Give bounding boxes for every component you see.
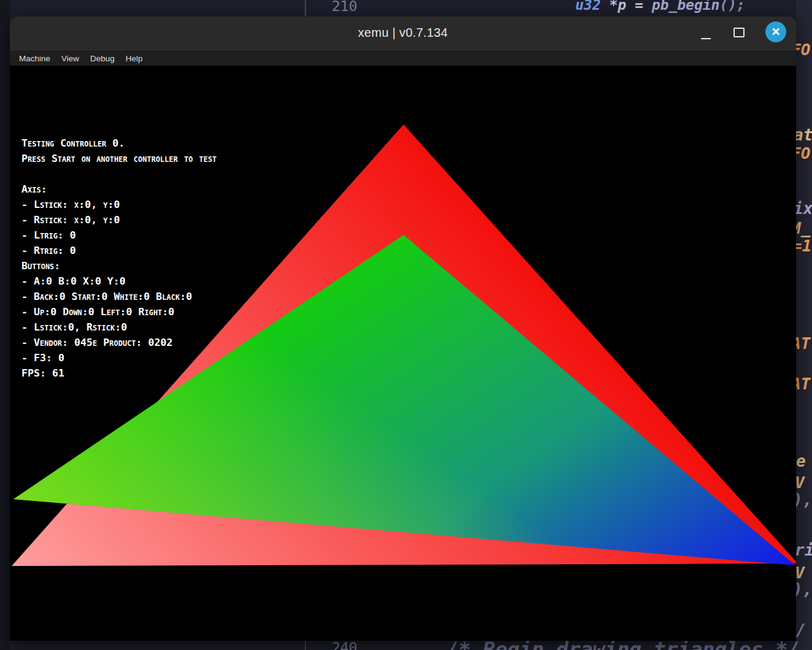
menu-debug[interactable]: Debug — [85, 52, 120, 66]
code-fragment: at — [794, 126, 812, 144]
code-token-ptr: *p = — [601, 0, 652, 13]
window-title: xemu | v0.7.134 — [10, 26, 796, 40]
code-token-fn: pb_begin — [652, 0, 720, 13]
editor-line-number-bottom: 240 — [332, 640, 358, 650]
code-fragment: V — [795, 473, 805, 492]
maximize-button[interactable] — [733, 28, 745, 37]
code-fragment: ri — [795, 541, 812, 559]
menu-bar: Machine View Debug Help — [10, 51, 796, 66]
code-token-end: (); — [719, 0, 745, 13]
title-bar[interactable]: xemu | v0.7.134 ✕ — [10, 17, 796, 51]
code-token-type: u32 — [575, 0, 601, 13]
emulator-viewport: Testing Controller 0. Press Start on ano… — [10, 66, 796, 641]
code-fragment: / — [796, 621, 806, 639]
controller-test-readout: Testing Controller 0. Press Start on ano… — [21, 136, 216, 381]
editor-left-margin — [0, 0, 10, 650]
close-button[interactable]: ✕ — [765, 21, 786, 42]
minimize-button[interactable] — [701, 38, 711, 39]
editor-code-line-top: u32 *p = pb_begin(); — [575, 0, 745, 13]
code-fragment: ix — [794, 199, 812, 218]
menu-help[interactable]: Help — [120, 52, 148, 66]
close-icon: ✕ — [771, 26, 780, 37]
editor-line-number-top: 210 — [332, 0, 358, 14]
menu-view[interactable]: View — [56, 52, 85, 66]
menu-machine[interactable]: Machine — [13, 52, 56, 66]
code-fragment: e — [796, 452, 806, 470]
xemu-window: xemu | v0.7.134 ✕ Machine View Debug Hel… — [10, 17, 796, 641]
code-fragment: V — [795, 564, 805, 582]
